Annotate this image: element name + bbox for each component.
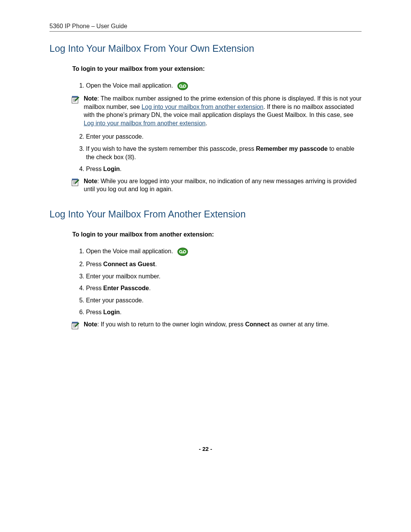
step1-text: Open the Voice mail application. bbox=[86, 82, 173, 89]
section1-note1: Note: The mailbox number assigned to the… bbox=[71, 94, 362, 127]
s2-step4-b: . bbox=[149, 285, 150, 291]
section1-heading: Log Into Your Mailbox From Your Own Exte… bbox=[49, 43, 362, 54]
note-icon bbox=[71, 178, 80, 189]
s2-note-bold: Connect bbox=[245, 321, 269, 328]
s2-step4-a: Press bbox=[86, 285, 103, 291]
section2-step2: Press Connect as Guest. bbox=[86, 260, 362, 268]
section1-step1: Open the Voice mail application. bbox=[86, 81, 362, 91]
page-header: 5360 IP Phone – User Guide bbox=[49, 23, 362, 32]
section1-subhead: To login to your mailbox from your exten… bbox=[72, 66, 362, 72]
s2-step6-a: Press bbox=[86, 309, 103, 315]
page-footer: - 22 - bbox=[0, 446, 411, 452]
step3-c: ). bbox=[132, 154, 136, 160]
section2-steps: Open the Voice mail application. Press C… bbox=[72, 247, 362, 316]
s2-step2-bold: Connect as Guest bbox=[103, 261, 155, 267]
s2-note-text: Note: If you wish to return to the owner… bbox=[84, 320, 362, 329]
section2-step5: Enter your passcode. bbox=[86, 296, 362, 305]
s2-step1-text: Open the Voice mail application. bbox=[86, 248, 173, 254]
section1-body: To login to your mailbox from your exten… bbox=[72, 66, 362, 193]
step4-b: . bbox=[120, 166, 121, 172]
note-icon bbox=[71, 95, 80, 107]
section1-note2: Note: While you are logged into your mai… bbox=[71, 177, 362, 193]
checkbox-icon: ☒ bbox=[127, 154, 132, 160]
section2-step6: Press Login. bbox=[86, 308, 362, 316]
s2-step6-b: . bbox=[120, 309, 121, 315]
s2-note-label: Note bbox=[84, 321, 97, 328]
section1-step2: Enter your passcode. bbox=[86, 133, 362, 141]
section1-step3: If you wish to have the system remember … bbox=[86, 145, 362, 161]
s2-step6-bold: Login bbox=[103, 309, 120, 315]
s2-step4-bold: Enter Passcode bbox=[103, 285, 149, 291]
section2-step3: Enter your mailbox number. bbox=[86, 272, 362, 281]
note2-text: Note: While you are logged into your mai… bbox=[84, 177, 362, 193]
step4-a: Press bbox=[86, 166, 103, 172]
section2-subhead: To login to your mailbox from another ex… bbox=[72, 231, 362, 238]
section2-step4: Press Enter Passcode. bbox=[86, 284, 362, 292]
svg-rect-4 bbox=[72, 96, 78, 97]
section2-body: To login to your mailbox from another ex… bbox=[72, 231, 362, 332]
voicemail-icon bbox=[177, 81, 188, 91]
note2-label: Note bbox=[84, 178, 97, 184]
s2-step2-b: . bbox=[155, 261, 156, 267]
section1-step4: Press Login. bbox=[86, 165, 362, 173]
page: 5360 IP Phone – User Guide Log Into Your… bbox=[0, 0, 411, 532]
s2-step2-a: Press bbox=[86, 261, 103, 267]
section2-heading: Log Into Your Mailbox From Another Exten… bbox=[49, 209, 362, 220]
s2-note-b: as owner at any time. bbox=[269, 321, 329, 328]
step3-bold: Remember my passcode bbox=[256, 145, 328, 152]
svg-rect-9 bbox=[72, 179, 78, 180]
section1-steps-b: Enter your passcode. If you wish to have… bbox=[72, 133, 362, 173]
section2-step1: Open the Voice mail application. bbox=[86, 247, 362, 256]
note2-body: : While you are logged into your mailbox… bbox=[84, 178, 357, 193]
note1-label: Note bbox=[84, 95, 97, 102]
s2-note-a: : If you wish to return to the owner log… bbox=[97, 321, 245, 328]
section2-note: Note: If you wish to return to the owner… bbox=[71, 320, 362, 332]
step3-a: If you wish to have the system remember … bbox=[86, 145, 256, 152]
section1-steps-a: Open the Voice mail application. bbox=[72, 81, 362, 91]
link-another-extension-1[interactable]: Log into your mailbox from another exten… bbox=[142, 104, 263, 110]
note-icon bbox=[71, 321, 80, 332]
voicemail-icon bbox=[177, 247, 188, 256]
note1-part-c: . bbox=[206, 120, 207, 126]
svg-rect-18 bbox=[72, 322, 78, 323]
note1-text: Note: The mailbox number assigned to the… bbox=[84, 94, 362, 127]
link-another-extension-2[interactable]: Log into your mailbox from another exten… bbox=[84, 120, 206, 126]
step4-bold: Login bbox=[103, 166, 120, 172]
